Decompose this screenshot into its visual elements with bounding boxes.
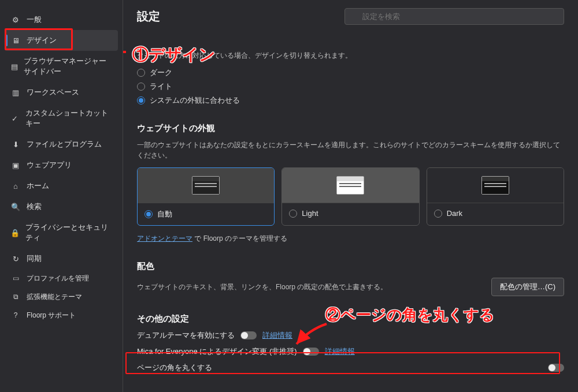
radio-option-light[interactable]: ライト [137, 81, 564, 92]
manage-colors-button[interactable]: 配色の管理…(C) [491, 278, 564, 296]
scheme-preview [282, 168, 418, 203]
sidebar-item-shortcuts[interactable]: ✓ カスタムショートカットキー [5, 103, 118, 134]
radio-label: ライト [150, 81, 172, 92]
website-appearance-title: ウェブサイトの外観 [137, 123, 564, 134]
page-title: 設定 [137, 9, 160, 24]
toggle-row-mica: Mica for Everyone によるデザイン変更 (非推奨) 詳細情報 [137, 346, 564, 357]
theme-desc: クモートの双方に対応している場合、デザインを切り替えられます。 [137, 50, 564, 61]
addon-manage-line: アドオンとテーマ で Floorp のテーマを管理する [137, 234, 564, 244]
radio-option-dark[interactable]: ダーク [137, 68, 564, 78]
section-palette: 配色 ウェブサイトのテキスト、背景、リンクを、Floorp の既定の配色で上書き… [137, 261, 564, 296]
search-icon: 🔍 [10, 201, 21, 212]
scheme-label: Light [302, 209, 318, 218]
annotation-arrow-one [123, 35, 129, 58]
sidebar-item-label: プロファイルを管理 [27, 274, 89, 283]
search-wrap [344, 8, 564, 25]
webapp-icon: ▣ [10, 160, 21, 170]
toggle-label: Mica for Everyone によるデザイン変更 (非推奨) [137, 346, 297, 357]
sidebar-item-support[interactable]: ? Floorp サポート [5, 306, 118, 324]
extension-icon: ⧉ [10, 292, 21, 302]
scheme-card-group: 自動 Light Dark [137, 167, 564, 226]
lock-icon: 🔒 [10, 227, 20, 238]
sidebar-item-label: プライバシーとセキュリティ [25, 222, 112, 243]
sidebar-item-search[interactable]: 🔍 検索 [5, 196, 118, 217]
sidebar-item-files[interactable]: ⬇ ファイルとプログラム [5, 134, 118, 155]
sidebar-item-sync[interactable]: ↻ 同期 [5, 248, 118, 269]
sidebar-item-label: ファイルとプログラム [27, 139, 102, 150]
radio-label: システムの外観に合わせる [150, 95, 240, 106]
settings-main: 設定 クモートの双方に対応している場合、デザインを切り替えられます。 ダーク ラ… [123, 0, 578, 392]
toggle-row-dual-theme: デュアルテーマを有効にする 詳細情報 [137, 330, 564, 341]
settings-sidebar: ⚙ 一般 🖥 デザイン ▤ ブラウザーマネージャーサイドバー ▥ ワークスペース… [0, 0, 123, 392]
radio-option-system[interactable]: システムの外観に合わせる [137, 95, 564, 106]
radio-icon [137, 83, 145, 91]
palette-desc: ウェブサイトのテキスト、背景、リンクを、Floorp の既定の配色で上書きする。 [137, 282, 387, 292]
home-icon: ⌂ [10, 181, 21, 191]
mica-toggle[interactable] [303, 348, 319, 356]
radio-icon [144, 210, 153, 218]
scheme-label: Dark [447, 209, 462, 218]
misc-title: その他の設定 [137, 313, 564, 324]
check-icon: ✓ [10, 113, 20, 124]
download-icon: ⬇ [10, 139, 21, 150]
toggle-label: ページの角を丸くする [137, 363, 212, 373]
sidebar-item-label: 一般 [27, 14, 42, 25]
radio-label: ダーク [150, 68, 172, 78]
sidebar-item-label: ホーム [27, 181, 49, 191]
dual-theme-detail-link[interactable]: 詳細情報 [262, 330, 292, 341]
sidebar-item-general[interactable]: ⚙ 一般 [5, 9, 118, 30]
sidebar-item-webapps[interactable]: ▣ ウェブアプリ [5, 155, 118, 176]
round-corner-toggle[interactable] [548, 364, 564, 372]
settings-search-input[interactable] [344, 8, 564, 25]
sidebar-item-label: Floorp サポート [27, 311, 76, 320]
radio-icon [289, 210, 297, 218]
panel-icon: ▤ [10, 61, 18, 72]
help-icon: ? [10, 310, 21, 320]
workspace-icon: ▥ [10, 87, 21, 98]
sidebar-item-extensions[interactable]: ⧉ 拡張機能とテーマ [5, 288, 118, 306]
palette-title: 配色 [137, 261, 564, 272]
scheme-preview [427, 168, 564, 203]
toggle-row-round-corner: ページの角を丸くする [137, 363, 564, 373]
radio-icon [137, 69, 145, 77]
sidebar-main-list: ⚙ 一般 🖥 デザイン ▤ ブラウザーマネージャーサイドバー ▥ ワークスペース… [5, 9, 118, 269]
scheme-card-dark[interactable]: Dark [427, 167, 564, 226]
sidebar-item-label: ウェブアプリ [27, 160, 72, 170]
section-website-appearance: ウェブサイトの外観 一部のウェブサイトはあなたの設定をもとにカラースキームを適用… [137, 123, 564, 244]
website-appearance-desc: 一部のウェブサイトはあなたの設定をもとにカラースキームを適用します。これらのサイ… [137, 140, 564, 160]
mica-detail-link[interactable]: 詳細情報 [325, 346, 355, 357]
design-icon: 🖥 [10, 35, 21, 46]
scheme-label: 自動 [157, 209, 172, 219]
sidebar-bottom-list: ▭ プロファイルを管理 ⧉ 拡張機能とテーマ ? Floorp サポート [5, 269, 118, 392]
sidebar-item-profiles[interactable]: ▭ プロファイルを管理 [5, 269, 118, 288]
scheme-card-light[interactable]: Light [281, 167, 419, 226]
dual-theme-toggle[interactable] [240, 331, 257, 339]
header-row: 設定 [137, 8, 564, 25]
sidebar-item-label: ブラウザーマネージャーサイドバー [24, 56, 112, 77]
scheme-card-auto[interactable]: 自動 [137, 167, 275, 226]
sidebar-item-label: デザイン [27, 35, 57, 46]
gear-icon: ⚙ [10, 14, 21, 25]
section-misc: その他の設定 デュアルテーマを有効にする 詳細情報 Mica for Every… [137, 313, 564, 373]
radio-icon [137, 96, 145, 104]
sync-icon: ↻ [10, 253, 21, 264]
toggle-label: デュアルテーマを有効にする [137, 330, 235, 341]
addon-suffix-text: で Floorp のテーマを管理する [192, 234, 287, 242]
addon-theme-link[interactable]: アドオンとテーマ [137, 234, 192, 242]
sidebar-item-label: カスタムショートカットキー [25, 108, 112, 129]
sidebar-item-label: 拡張機能とテーマ [27, 292, 82, 302]
sidebar-item-home[interactable]: ⌂ ホーム [5, 176, 118, 196]
sidebar-item-workspace[interactable]: ▥ ワークスペース [5, 82, 118, 103]
section-theme: クモートの双方に対応している場合、デザインを切り替えられます。 ダーク ライト … [137, 50, 564, 106]
radio-icon [434, 210, 442, 218]
sidebar-item-design[interactable]: 🖥 デザイン [5, 30, 118, 51]
scheme-preview [138, 168, 274, 203]
sidebar-item-label: ワークスペース [27, 87, 79, 98]
sidebar-item-privacy[interactable]: 🔒 プライバシーとセキュリティ [5, 217, 118, 248]
sidebar-item-label: 検索 [27, 201, 42, 212]
profile-icon: ▭ [10, 273, 21, 283]
sidebar-item-label: 同期 [27, 253, 42, 264]
sidebar-item-browser-manager[interactable]: ▤ ブラウザーマネージャーサイドバー [5, 51, 118, 82]
